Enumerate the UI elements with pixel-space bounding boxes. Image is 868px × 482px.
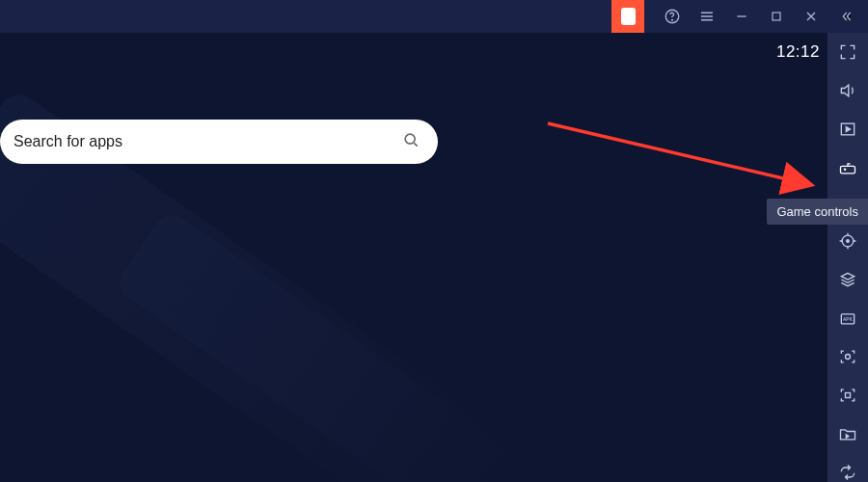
install-apk-button[interactable]: APK: [835, 308, 860, 328]
game-controls-button[interactable]: [835, 158, 860, 177]
svg-rect-4: [841, 166, 855, 174]
annotation-arrow: [540, 116, 829, 202]
minimize-button[interactable]: [733, 8, 750, 25]
notification-button[interactable]: [611, 0, 644, 33]
multi-instance-button[interactable]: [835, 270, 860, 289]
svg-point-9: [846, 355, 851, 360]
close-button[interactable]: [802, 8, 820, 25]
svg-rect-2: [773, 13, 780, 20]
right-toolbar: APK: [827, 33, 868, 482]
app-search[interactable]: [0, 120, 438, 164]
window-titlebar: [0, 0, 868, 33]
screenshot-button[interactable]: [835, 347, 860, 366]
svg-point-6: [847, 240, 850, 243]
notification-badge-icon: [621, 8, 636, 25]
status-clock: 12:12: [776, 42, 820, 62]
play-box-button[interactable]: [835, 120, 860, 139]
svg-point-1: [672, 19, 673, 20]
svg-text:APK: APK: [843, 316, 854, 322]
fullscreen-button[interactable]: [835, 42, 860, 62]
collapse-sidebar-button[interactable]: [837, 8, 854, 25]
media-folder-button[interactable]: [835, 424, 860, 443]
record-screen-button[interactable]: [835, 386, 860, 405]
volume-button[interactable]: [835, 81, 860, 100]
rotate-button[interactable]: [835, 463, 860, 482]
svg-rect-10: [846, 393, 851, 398]
help-button[interactable]: [664, 8, 681, 25]
svg-line-11: [548, 123, 812, 185]
hamburger-menu-button[interactable]: [698, 8, 716, 25]
svg-point-12: [405, 134, 415, 144]
maximize-button[interactable]: [768, 8, 785, 25]
search-icon: [401, 130, 420, 153]
background-decor: [0, 0, 868, 482]
search-input[interactable]: [14, 133, 401, 150]
game-controls-tooltip: Game controls: [767, 199, 868, 225]
location-button[interactable]: [835, 231, 860, 251]
